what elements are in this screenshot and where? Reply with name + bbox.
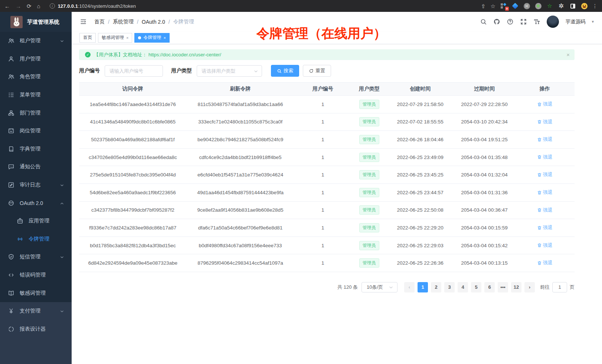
page-button-6[interactable]: 6 bbox=[484, 282, 495, 292]
goto-page-input[interactable] bbox=[552, 282, 567, 292]
search-button[interactable]: 搜索 bbox=[271, 65, 299, 77]
breadcrumb-separator: / bbox=[108, 19, 109, 25]
gem-extension-icon[interactable] bbox=[512, 3, 518, 9]
sidebar-item-4[interactable]: 部门管理 bbox=[0, 104, 72, 122]
tag-close-icon[interactable]: × bbox=[163, 36, 166, 40]
username-label[interactable]: 芋道源码 bbox=[565, 19, 585, 25]
sidebar: 芋道管理系统 租户管理用户管理角色管理菜单管理部门管理岗位管理字典管理通知公告审… bbox=[0, 12, 72, 364]
address-bar[interactable]: i 127.0.0.1:1024/system/oauth2/token bbox=[50, 3, 475, 9]
user-type-select[interactable] bbox=[197, 65, 262, 77]
prev-page-button[interactable]: ‹ bbox=[404, 282, 415, 292]
search-icon[interactable] bbox=[480, 18, 487, 25]
sidebar-item-12[interactable]: 短信管理 bbox=[0, 248, 72, 266]
users-icon bbox=[8, 73, 14, 80]
force-logout-button[interactable]: 强退 bbox=[537, 136, 553, 143]
page-button-4[interactable]: 4 bbox=[458, 282, 468, 292]
active-tag-dot bbox=[138, 36, 141, 39]
sidebar-item-13[interactable]: 错误码管理 bbox=[0, 266, 72, 284]
app-logo[interactable]: 芋道管理系统 bbox=[0, 12, 72, 32]
expire-time-cell: 2054-03-04 01:32:04 bbox=[454, 172, 515, 178]
page-button-2[interactable]: 2 bbox=[431, 282, 441, 292]
force-logout-button[interactable]: 强退 bbox=[537, 189, 553, 196]
github-icon[interactable] bbox=[493, 18, 500, 25]
sidebar-item-5[interactable]: 岗位管理 bbox=[0, 122, 72, 140]
openbook-icon bbox=[8, 290, 14, 297]
sidebar-item-1[interactable]: 用户管理 bbox=[0, 50, 72, 68]
force-logout-button[interactable]: 强退 bbox=[537, 242, 553, 249]
sidebar-item-2[interactable]: 角色管理 bbox=[0, 68, 72, 86]
expire-time-cell: 2054-03-04 00:15:42 bbox=[454, 243, 515, 248]
sidebar-item-8[interactable]: 审计日志 bbox=[0, 176, 72, 194]
expire-time-cell: 2054-03-04 01:35:48 bbox=[454, 155, 515, 160]
user-menu-caret-icon[interactable]: ▾ bbox=[592, 19, 594, 24]
star-extension-icon[interactable]: ☆ bbox=[546, 3, 553, 9]
doc-link[interactable]: https://doc.iocoder.cn/user-center/ bbox=[148, 52, 221, 57]
site-info-icon[interactable]: i bbox=[50, 3, 55, 9]
fullscreen-icon[interactable] bbox=[520, 18, 527, 25]
force-logout-button[interactable]: 强退 bbox=[537, 207, 553, 214]
sidebar-item-3[interactable]: 菜单管理 bbox=[0, 86, 72, 104]
sidebar-item-7[interactable]: 通知公告 bbox=[0, 158, 72, 176]
tag-0[interactable]: 首页 bbox=[79, 33, 96, 43]
page-button-3[interactable]: 3 bbox=[444, 282, 455, 292]
access-token-cell: 41c41346a548490f9dc8b01c6bfe0865 bbox=[79, 119, 187, 125]
sidebar-item-16[interactable]: 报表设计器 bbox=[0, 320, 72, 338]
user-type-badge: 管理员 bbox=[359, 241, 379, 250]
sidebar-item-9[interactable]: OAuth 2.0 bbox=[0, 194, 72, 212]
record-extension-icon[interactable] bbox=[535, 3, 542, 9]
page-button-1[interactable]: 1 bbox=[418, 282, 428, 292]
tag-close-icon[interactable]: × bbox=[126, 36, 128, 40]
font-size-icon[interactable] bbox=[533, 18, 540, 25]
alert-close-icon[interactable]: × bbox=[566, 52, 570, 58]
page-size-select[interactable]: 10条/页 bbox=[361, 282, 397, 292]
command-extension-icon[interactable]: ⌘ bbox=[523, 3, 530, 9]
sidebar-item-label: 短信管理 bbox=[20, 254, 40, 260]
profile-avatar-icon[interactable] bbox=[581, 3, 588, 9]
back-icon[interactable]: ← bbox=[4, 3, 10, 9]
chevron-down-icon bbox=[60, 39, 64, 43]
search-icon bbox=[277, 69, 282, 73]
force-logout-button[interactable]: 强退 bbox=[537, 259, 553, 266]
user-type-badge: 管理员 bbox=[359, 153, 379, 162]
sidebar-item-15[interactable]: 支付管理 bbox=[0, 302, 72, 320]
page-button-12[interactable]: 12 bbox=[511, 282, 521, 292]
forward-icon[interactable]: → bbox=[16, 3, 21, 9]
home-icon[interactable]: ⌂ bbox=[37, 3, 40, 9]
rabbit-logo-icon bbox=[10, 16, 23, 28]
collapse-menu-icon[interactable] bbox=[80, 18, 87, 25]
force-logout-button[interactable]: 强退 bbox=[537, 171, 553, 178]
sidebar-item-11[interactable]: 令牌管理 bbox=[0, 230, 72, 248]
sidebar-panel-icon[interactable] bbox=[569, 3, 576, 9]
refresh-token-cell: b0df4980ffd34c67a08f9156e4eee733 bbox=[187, 243, 294, 248]
force-logout-button[interactable]: 强退 bbox=[537, 224, 553, 231]
sidebar-item-6[interactable]: 字典管理 bbox=[0, 140, 72, 158]
token-table: 访问令牌刷新令牌用户编号用户类型创建时间过期时间操作1ea5e44f8bc146… bbox=[79, 82, 575, 272]
force-logout-button[interactable]: 强退 bbox=[537, 154, 553, 161]
force-logout-button[interactable]: 强退 bbox=[537, 119, 553, 125]
asterisk-extension-icon[interactable]: ✲ bbox=[558, 3, 565, 9]
sidebar-item-0[interactable]: 租户管理 bbox=[0, 32, 72, 50]
bookmark-star-icon[interactable]: ☆ bbox=[491, 3, 495, 9]
reset-button[interactable]: 重置 bbox=[303, 65, 331, 77]
page-button-5[interactable]: 5 bbox=[471, 282, 481, 292]
breadcrumb-item-1[interactable]: 系统管理 bbox=[113, 19, 134, 25]
tag-1[interactable]: 敏感词管理× bbox=[98, 33, 132, 43]
next-page-button[interactable]: › bbox=[524, 282, 535, 292]
breadcrumb-item-0[interactable]: 首页 bbox=[94, 19, 105, 25]
user-avatar[interactable] bbox=[547, 16, 559, 28]
extension-grid-icon[interactable]: 9 bbox=[500, 3, 507, 9]
expire-time-cell: 2054-03-04 00:13:15 bbox=[454, 260, 515, 266]
more-pages-button[interactable]: ••• bbox=[498, 282, 508, 292]
sidebar-item-10[interactable]: 应用管理 bbox=[0, 212, 72, 230]
breadcrumb-item-2[interactable]: OAuth 2.0 bbox=[142, 19, 165, 25]
reload-icon[interactable]: ⟳ bbox=[27, 3, 32, 9]
browser-menu-icon[interactable]: ⋮ bbox=[592, 3, 598, 9]
sidebar-item-14[interactable]: 敏感词管理 bbox=[0, 284, 72, 302]
force-logout-button[interactable]: 强退 bbox=[537, 101, 553, 107]
tag-2[interactable]: 令牌管理× bbox=[134, 33, 169, 43]
user-icon bbox=[8, 56, 14, 62]
refresh-token-cell: dfa6c71a50a54c66bef706ef9e6e8d81 bbox=[187, 225, 294, 231]
share-icon[interactable]: ⇧ bbox=[481, 3, 486, 9]
help-icon[interactable] bbox=[507, 18, 514, 25]
user-id-input[interactable] bbox=[105, 65, 163, 77]
